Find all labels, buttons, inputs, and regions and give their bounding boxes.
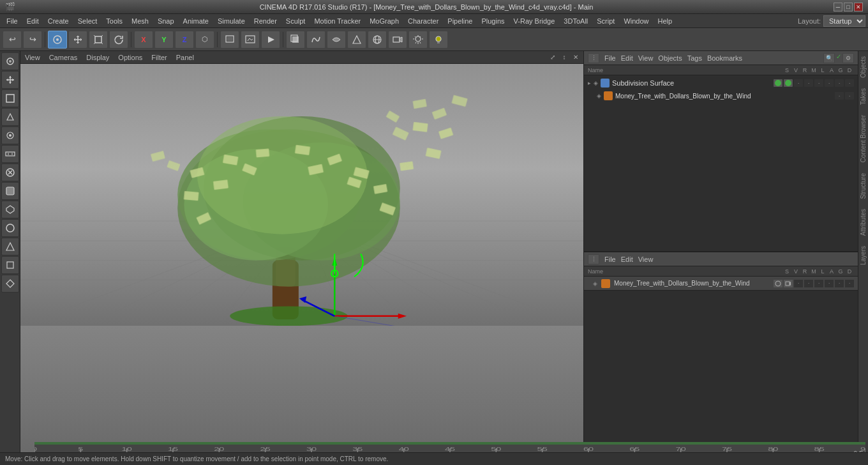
render-picture-viewer-btn[interactable] — [241, 31, 260, 49]
menu-character[interactable]: Character — [404, 16, 442, 26]
menu-select[interactable]: Select — [74, 16, 101, 26]
viewport-menu-cameras[interactable]: Cameras — [47, 54, 80, 61]
minimize-button[interactable]: ─ — [834, 3, 842, 11]
attr-badge-7[interactable]: · — [835, 280, 844, 287]
viewport-expand-btn[interactable]: ⤢ — [548, 52, 558, 63]
viewport-close-btn[interactable]: ✕ — [571, 52, 581, 63]
attr-badge-3[interactable]: · — [794, 280, 803, 287]
objects-tags-menu[interactable]: Tags — [687, 54, 702, 62]
left-tool-12[interactable] — [1, 275, 19, 293]
menu-simulate[interactable]: Simulate — [214, 16, 249, 26]
viewport-menu-view[interactable]: View — [23, 54, 42, 61]
3d-viewport[interactable]: Perspective — [20, 64, 583, 452]
left-tool-9[interactable] — [1, 219, 19, 237]
menu-mesh[interactable]: Mesh — [128, 16, 153, 26]
objects-edit-menu[interactable]: Edit — [621, 54, 633, 62]
viewport-menu-panel[interactable]: Panel — [174, 54, 196, 61]
badge-s[interactable] — [774, 79, 782, 87]
move-tool[interactable] — [68, 31, 87, 49]
edge-tab-objects[interactable]: Objects — [858, 51, 868, 83]
attr-badge-4[interactable]: · — [804, 280, 813, 287]
menu-edit[interactable]: Edit — [23, 16, 43, 26]
attr-file-menu[interactable]: File — [604, 255, 616, 263]
objects-objects-menu[interactable]: Objects — [658, 54, 682, 62]
menu-snap[interactable]: Snap — [154, 16, 178, 26]
render-btn[interactable] — [261, 31, 280, 49]
edge-tab-content-browser[interactable]: Content Browser — [858, 110, 868, 167]
menu-window[interactable]: Window — [620, 16, 652, 26]
nurbs-btn[interactable] — [327, 31, 346, 49]
menu-create[interactable]: Create — [44, 16, 73, 26]
menu-mograph[interactable]: MoGraph — [366, 16, 403, 26]
left-tool-11[interactable] — [1, 256, 19, 274]
redo-button[interactable]: ↪ — [23, 31, 42, 49]
spline-btn[interactable] — [306, 31, 326, 49]
render-region-btn[interactable] — [220, 31, 239, 49]
left-tool-2[interactable] — [1, 89, 19, 107]
viewport-menu-filter[interactable]: Filter — [149, 54, 168, 61]
menu-animate[interactable]: Animate — [179, 16, 213, 26]
objects-bookmarks-menu[interactable]: Bookmarks — [707, 54, 742, 62]
menu-help[interactable]: Help — [654, 16, 677, 26]
objects-search-icon[interactable]: 🔍 — [823, 53, 835, 63]
attr-view-menu[interactable]: View — [638, 255, 654, 263]
viewport-menu-display[interactable]: Display — [84, 54, 111, 61]
transform-btn[interactable]: ⬡ — [195, 31, 214, 49]
y-axis-btn[interactable]: Y — [154, 31, 174, 49]
scale-tool[interactable] — [89, 31, 108, 49]
badge-v[interactable] — [784, 79, 793, 87]
badge-a[interactable]: · — [825, 79, 834, 87]
menu-tools[interactable]: Tools — [102, 16, 126, 26]
menu-sculpt[interactable]: Sculpt — [282, 16, 310, 26]
menu-script[interactable]: Script — [593, 16, 618, 26]
attr-edit-menu[interactable]: Edit — [621, 255, 633, 263]
layout-select[interactable]: Startup — [823, 15, 865, 27]
badge-m[interactable]: · — [804, 79, 813, 87]
x-axis-btn[interactable]: X — [134, 31, 153, 49]
left-tool-7[interactable] — [1, 182, 19, 200]
undo-button[interactable]: ↩ — [3, 31, 22, 49]
left-tool-5[interactable] — [1, 145, 19, 163]
menu-vray[interactable]: V-Ray Bridge — [510, 16, 559, 26]
menu-file[interactable]: File — [3, 16, 22, 26]
maximize-button[interactable]: □ — [844, 3, 853, 11]
edge-tab-attributes[interactable]: Attributes — [858, 204, 868, 241]
close-button[interactable]: ✕ — [854, 3, 863, 11]
attr-badge-s[interactable] — [774, 280, 782, 287]
viewport-config-btn[interactable]: ↕ — [559, 52, 569, 63]
menu-motion-tracker[interactable]: Motion Tracker — [310, 16, 364, 26]
badge-r[interactable]: · — [794, 79, 803, 87]
attr-badge-6[interactable]: · — [825, 280, 834, 287]
left-tool-6[interactable] — [1, 164, 19, 181]
edge-tab-structure[interactable]: Structure — [858, 168, 868, 204]
edge-tab-takes[interactable]: Takes — [858, 83, 868, 110]
live-select-tool[interactable] — [48, 31, 67, 49]
left-tool-1[interactable] — [1, 71, 19, 89]
objects-settings-icon[interactable]: ⚙ — [842, 53, 854, 63]
menu-render[interactable]: Render — [250, 16, 281, 26]
rotate-tool[interactable] — [109, 31, 128, 49]
left-tool-8[interactable] — [1, 201, 19, 218]
viewport-menu-options[interactable]: Options — [116, 54, 144, 61]
attr-badge-cam[interactable] — [784, 280, 793, 287]
z-axis-btn[interactable]: Z — [175, 31, 194, 49]
edge-tab-layers[interactable]: Layers — [858, 241, 868, 270]
attr-badge-8[interactable]: · — [845, 280, 854, 287]
left-tool-10[interactable] — [1, 238, 19, 255]
menu-3dtoall[interactable]: 3DToAll — [560, 16, 592, 26]
attr-badge-5[interactable]: · — [814, 280, 823, 287]
menu-plugins[interactable]: Plugins — [477, 16, 508, 26]
lightbulb-btn[interactable] — [429, 31, 448, 49]
left-tool-3[interactable] — [1, 108, 19, 126]
cube-btn[interactable] — [286, 31, 305, 49]
menu-pipeline[interactable]: Pipeline — [444, 16, 476, 26]
deformer-btn[interactable] — [347, 31, 366, 49]
left-tool-4[interactable] — [1, 126, 19, 144]
badge2-s[interactable]: · — [835, 92, 844, 100]
badge-g[interactable]: · — [835, 79, 844, 87]
badge2-v[interactable]: · — [845, 92, 854, 100]
left-tool-0[interactable] — [1, 52, 19, 70]
objects-view-menu[interactable]: View — [638, 54, 654, 62]
badge-d[interactable]: · — [845, 79, 854, 87]
light-btn[interactable] — [408, 31, 428, 49]
